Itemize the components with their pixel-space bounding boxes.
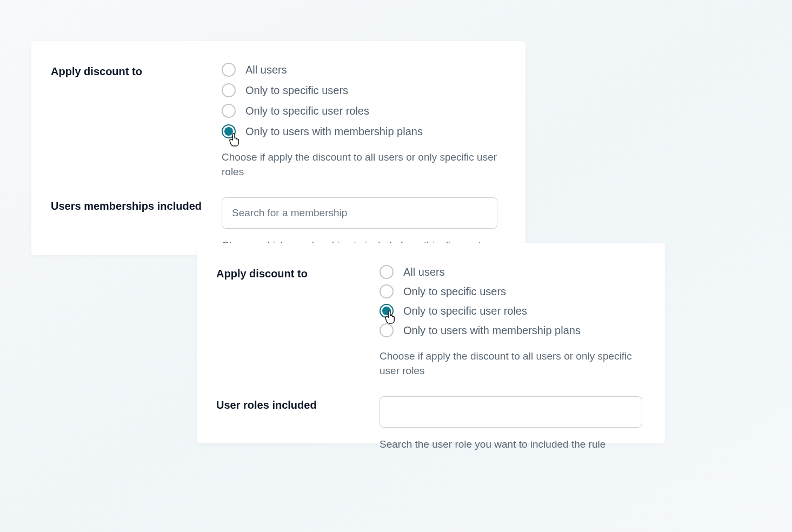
radio-specific-users[interactable]: Only to specific users: [222, 83, 500, 97]
radio-label: All users: [403, 265, 445, 279]
field-column: All users Only to specific users Only to…: [380, 265, 639, 378]
memberships-included-label: Users memberships included: [51, 198, 222, 214]
radio-label: All users: [245, 63, 287, 77]
label-column: Apply discount to: [216, 265, 380, 281]
radio-all-users[interactable]: All users: [380, 265, 639, 279]
radio-icon: [222, 63, 236, 77]
radio-membership-plans[interactable]: Only to users with membership plans: [222, 124, 500, 138]
field-column: All users Only to specific users Only to…: [222, 63, 500, 179]
label-column: Apply discount to: [51, 63, 222, 79]
roles-included-help: Search the user role you want to include…: [380, 437, 642, 452]
settings-panel-roles: Apply discount to All users Only to spec…: [197, 243, 665, 443]
apply-discount-row: Apply discount to All users Only to spec…: [51, 63, 500, 179]
membership-search-input[interactable]: [222, 197, 497, 229]
radio-specific-roles[interactable]: Only to specific user roles: [222, 104, 500, 118]
apply-discount-label: Apply discount to: [216, 266, 380, 281]
discount-target-radio-group: All users Only to specific users Only to…: [222, 63, 500, 138]
role-search-input[interactable]: [380, 396, 642, 428]
radio-label: Only to users with membership plans: [403, 323, 581, 337]
label-column: Users memberships included: [51, 197, 222, 214]
radio-label: Only to users with membership plans: [245, 124, 423, 138]
radio-icon: [380, 323, 394, 337]
radio-label: Only to specific user roles: [403, 304, 527, 318]
field-column: Search the user role you want to include…: [380, 396, 642, 452]
radio-icon: [222, 104, 236, 118]
radio-membership-plans[interactable]: Only to users with membership plans: [380, 323, 639, 337]
radio-label: Only to specific user roles: [245, 104, 369, 118]
radio-label: Only to specific users: [245, 83, 348, 97]
radio-icon: [380, 304, 394, 318]
label-column: User roles included: [216, 396, 380, 413]
roles-included-row: User roles included Search the user role…: [216, 396, 639, 452]
apply-discount-help: Choose if apply the discount to all user…: [222, 150, 500, 179]
radio-specific-users[interactable]: Only to specific users: [380, 284, 639, 298]
radio-all-users[interactable]: All users: [222, 63, 500, 77]
radio-label: Only to specific users: [403, 284, 506, 298]
radio-icon: [222, 83, 236, 97]
apply-discount-help: Choose if apply the discount to all user…: [380, 349, 639, 378]
radio-icon: [222, 124, 236, 138]
apply-discount-label: Apply discount to: [51, 64, 222, 79]
radio-icon: [380, 265, 394, 279]
roles-included-label: User roles included: [216, 397, 380, 413]
settings-panel-membership: Apply discount to All users Only to spec…: [31, 41, 525, 255]
discount-target-radio-group: All users Only to specific users Only to…: [380, 265, 639, 337]
radio-icon: [380, 284, 394, 298]
apply-discount-row: Apply discount to All users Only to spec…: [216, 265, 639, 378]
radio-specific-roles[interactable]: Only to specific user roles: [380, 304, 639, 318]
